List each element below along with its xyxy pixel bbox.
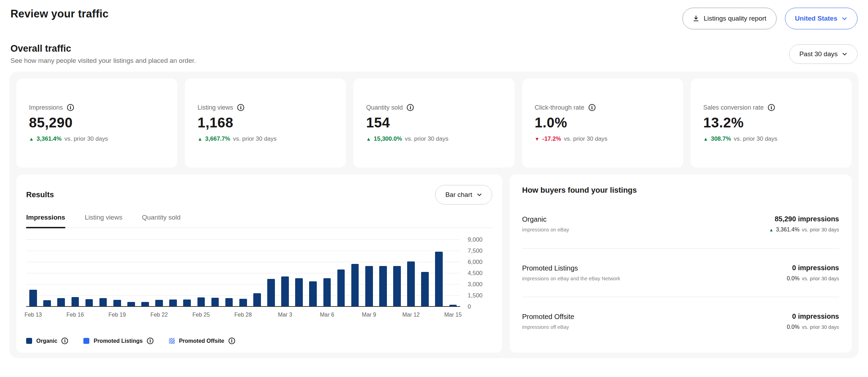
chevron-down-icon xyxy=(842,51,847,57)
y-tick-label: 1,500 xyxy=(468,292,483,299)
info-icon[interactable]: i xyxy=(768,104,775,111)
info-icon[interactable]: i xyxy=(147,338,154,344)
section-title: Overall traffic xyxy=(10,43,196,54)
bar-feb-27 xyxy=(225,298,233,307)
metric-delta-suffix: vs. prior 30 days xyxy=(734,135,777,142)
chart-plot xyxy=(26,240,460,307)
bar-mar-14 xyxy=(435,252,443,307)
bar-slot xyxy=(292,240,306,307)
metric-label: Sales conversion rate xyxy=(703,104,764,111)
info-icon[interactable]: i xyxy=(61,338,68,344)
source-label: Promoted Listings xyxy=(522,264,620,272)
listings-quality-report-label: Listings quality report xyxy=(704,15,766,22)
overall-traffic-header: Overall traffic See how many people visi… xyxy=(0,29,868,72)
country-dropdown[interactable]: United States xyxy=(785,8,858,29)
bar-mar-2 xyxy=(267,279,275,307)
metric-label: Impressions xyxy=(29,104,63,111)
header-actions: Listings quality report United States xyxy=(682,8,858,29)
chart-type-dropdown[interactable]: Bar chart xyxy=(435,185,492,205)
buyers-found-rows: Organic impressions on eBay 85,290 impre… xyxy=(522,200,839,346)
lower-row: Results Bar chart ImpressionsListing vie… xyxy=(16,175,852,353)
chart-type-label: Bar chart xyxy=(445,191,472,199)
bar-mar-3 xyxy=(281,276,289,307)
bar-slot xyxy=(138,240,152,307)
review-traffic-page: Review your traffic Listings quality rep… xyxy=(0,0,868,358)
chart-x-axis: Feb 13Feb 16Feb 19Feb 22Feb 25Feb 28Mar … xyxy=(26,312,460,327)
legend-item: Promoted Offsite i xyxy=(169,338,235,344)
legend-item: Organic i xyxy=(26,338,68,344)
metric-delta-suffix: vs. prior 30 days xyxy=(65,135,108,142)
bars-layer xyxy=(26,240,460,307)
trend-arrow-icon: ▲ xyxy=(366,136,371,142)
trend-arrow-icon: ▲ xyxy=(197,136,202,142)
source-label: Promoted Offsite xyxy=(522,313,575,321)
bar-mar-4 xyxy=(295,278,303,307)
info-icon[interactable]: i xyxy=(237,104,244,111)
buyers-found-row: Promoted Listings impressions on eBay an… xyxy=(522,249,839,297)
page-header: Review your traffic Listings quality rep… xyxy=(0,0,868,29)
chart-y-axis: 01,5003,0004,5006,0007,5009,000 xyxy=(460,240,492,307)
bar-feb-23 xyxy=(169,300,177,307)
legend-label: Promoted Offsite xyxy=(179,338,224,344)
metric-card: Quantity sold i 154 ▲ 15,300.0% vs. prio… xyxy=(353,79,514,168)
bar-slot xyxy=(334,240,348,307)
chevron-down-icon xyxy=(477,192,482,198)
period-dropdown[interactable]: Past 30 days xyxy=(789,44,858,64)
results-tabs: ImpressionsListing viewsQuantity sold xyxy=(26,214,492,228)
legend-label: Promoted Listings xyxy=(93,338,142,344)
bar-slot xyxy=(376,240,390,307)
bar-slot xyxy=(446,240,460,307)
bar-feb-25 xyxy=(197,297,205,307)
metric-value: 13.2% xyxy=(703,115,839,131)
bar-slot xyxy=(194,240,208,307)
metric-cards-row: Impressions i 85,290 ▲ 3,361.4% vs. prio… xyxy=(16,79,852,168)
info-icon[interactable]: i xyxy=(407,104,414,111)
bar-slot xyxy=(236,240,250,307)
chart-plot-area: Feb 13Feb 16Feb 19Feb 22Feb 25Feb 28Mar … xyxy=(26,240,460,327)
legend-swatch-promoted-offsite-icon xyxy=(169,338,175,344)
info-icon[interactable]: i xyxy=(589,104,596,111)
listings-quality-report-button[interactable]: Listings quality report xyxy=(682,8,777,29)
trend-arrow-icon: ▼ xyxy=(535,136,540,142)
overall-traffic-titles: Overall traffic See how many people visi… xyxy=(10,43,196,65)
x-tick-label: Mar 6 xyxy=(320,312,334,318)
bar-slot xyxy=(180,240,194,307)
bar-slot xyxy=(320,240,334,307)
metric-card: Sales conversion rate i 13.2% ▲ 308.7% v… xyxy=(691,79,852,168)
trend-arrow-icon: ▲ xyxy=(29,136,34,142)
bar-feb-18 xyxy=(99,298,107,307)
bar-mar-1 xyxy=(253,293,261,307)
bar-feb-16 xyxy=(72,297,79,307)
info-icon[interactable]: i xyxy=(67,104,74,111)
metric-card: Click-through rate i 1.0% ▼ -17.2% vs. p… xyxy=(522,79,683,168)
metric-card: Impressions i 85,290 ▲ 3,361.4% vs. prio… xyxy=(16,79,177,168)
tab-listing-views[interactable]: Listing views xyxy=(85,214,122,228)
bar-slot xyxy=(68,240,82,307)
buyers-found-row: Organic impressions on eBay 85,290 impre… xyxy=(522,200,839,249)
bar-mar-12 xyxy=(407,261,415,307)
country-label: United States xyxy=(795,15,837,22)
chart-legend: Organic i Promoted Listings i Promoted O… xyxy=(26,338,492,344)
x-tick-label: Mar 9 xyxy=(362,312,376,318)
metric-delta: ▲ 3,667.7% vs. prior 30 days xyxy=(197,135,333,142)
metric-delta-suffix: vs. prior 30 days xyxy=(233,135,277,142)
bar-slot xyxy=(110,240,124,307)
legend-item: Promoted Listings i xyxy=(83,338,153,344)
metric-delta-suffix: vs. prior 30 days xyxy=(405,135,449,142)
legend-swatch-promoted-listings-icon xyxy=(83,338,89,344)
x-tick-label: Feb 25 xyxy=(193,312,210,318)
metric-value: 1.0% xyxy=(535,115,671,131)
x-tick-label: Feb 22 xyxy=(150,312,168,318)
tab-impressions[interactable]: Impressions xyxy=(26,214,65,228)
tab-quantity-sold[interactable]: Quantity sold xyxy=(142,214,181,228)
bar-slot xyxy=(54,240,68,307)
metric-delta: ▲ 15,300.0% vs. prior 30 days xyxy=(366,135,502,142)
metric-card: Listing views i 1,168 ▲ 3,667.7% vs. pri… xyxy=(185,79,346,168)
buyers-found-row: Promoted Offsite impressions off eBay 0 … xyxy=(522,297,839,346)
bar-slot xyxy=(40,240,54,307)
info-icon[interactable]: i xyxy=(229,338,235,344)
results-title: Results xyxy=(26,190,54,199)
y-tick-label: 0 xyxy=(468,303,471,310)
source-delta-suffix: vs. prior 30 days xyxy=(802,276,839,281)
bar-slot xyxy=(404,240,418,307)
